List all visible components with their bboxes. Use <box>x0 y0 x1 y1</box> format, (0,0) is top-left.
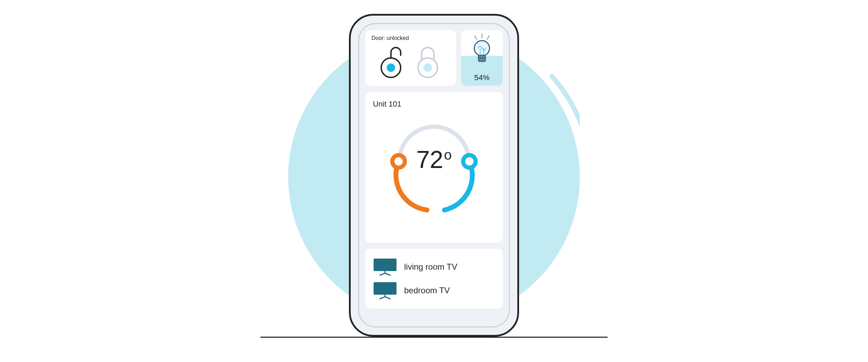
thermostat-card[interactable]: Unit 101 72o <box>365 92 503 243</box>
tv-icon <box>373 281 397 300</box>
svg-point-3 <box>424 64 432 72</box>
svg-line-16 <box>380 273 385 275</box>
tv-label: bedroom TV <box>404 286 450 295</box>
tv-icon <box>373 258 397 276</box>
unlocked-icon[interactable] <box>381 46 407 79</box>
thermostat-temperature: 72o <box>365 146 503 174</box>
door-lock-card[interactable]: Door: unlocked <box>365 30 456 86</box>
svg-line-17 <box>385 273 390 275</box>
thermostat-dial[interactable] <box>378 123 490 224</box>
ground-line <box>260 337 608 338</box>
temperature-value: 72 <box>416 146 443 173</box>
svg-line-20 <box>380 297 385 299</box>
tv-label: living room TV <box>404 262 457 272</box>
svg-line-21 <box>385 297 390 299</box>
tv-row-bedroom[interactable]: bedroom TV <box>373 279 495 302</box>
svg-rect-14 <box>374 259 397 271</box>
svg-line-6 <box>487 36 489 39</box>
phone-frame: Door: unlocked <box>349 14 519 337</box>
phone-screen: Door: unlocked <box>358 23 510 327</box>
thermostat-title: Unit 101 <box>373 100 495 109</box>
tv-row-living-room[interactable]: living room TV <box>373 255 495 279</box>
svg-rect-18 <box>374 282 397 295</box>
locked-icon[interactable] <box>415 46 441 79</box>
light-level-card[interactable]: 54% <box>461 30 503 86</box>
tv-devices-card: living room TV bedroom TV <box>365 249 503 309</box>
svg-line-4 <box>475 36 477 39</box>
door-status-label: Door: unlocked <box>372 35 450 41</box>
svg-point-1 <box>387 64 395 72</box>
light-percent-label: 54% <box>461 73 503 82</box>
lightbulb-icon <box>470 34 493 65</box>
